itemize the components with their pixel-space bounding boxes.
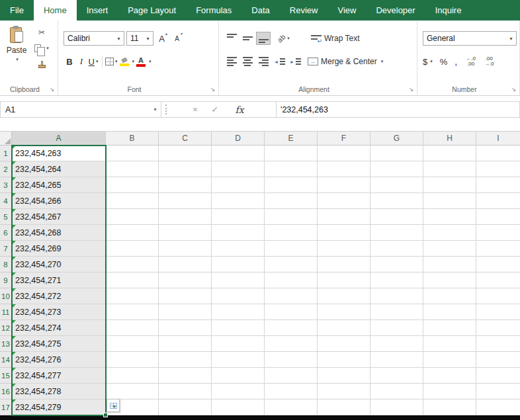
cell-C11[interactable] xyxy=(159,304,212,320)
cell-C2[interactable] xyxy=(159,161,212,177)
cell-H4[interactable] xyxy=(423,193,476,209)
cell-I7[interactable] xyxy=(476,241,520,257)
cell-B10[interactable] xyxy=(106,288,159,304)
cell-A15[interactable]: 232,454,277 xyxy=(12,368,106,384)
row-header-8[interactable]: 8 xyxy=(0,257,12,273)
cell-C15[interactable] xyxy=(159,368,212,384)
ribbon-tab-review[interactable]: Review xyxy=(280,0,328,21)
ribbon-tab-formulas[interactable]: Formulas xyxy=(186,0,241,21)
cell-A13[interactable]: 232,454,275 xyxy=(12,336,106,352)
cell-C9[interactable] xyxy=(159,273,212,288)
cell-G5[interactable] xyxy=(370,209,423,225)
cell-D9[interactable] xyxy=(212,273,265,288)
cell-G8[interactable] xyxy=(370,257,423,273)
cell-F13[interactable] xyxy=(318,336,370,352)
cell-I4[interactable] xyxy=(476,193,520,209)
cell-C8[interactable] xyxy=(159,257,212,273)
cell-D8[interactable] xyxy=(212,257,265,273)
cell-H12[interactable] xyxy=(423,320,476,336)
cell-F11[interactable] xyxy=(318,304,370,320)
cell-A9[interactable]: 232,454,271 xyxy=(12,273,106,288)
cell-H6[interactable] xyxy=(423,225,476,241)
cell-B2[interactable] xyxy=(106,161,159,177)
cell-A4[interactable]: 232,454,266 xyxy=(12,193,106,209)
decrease-indent-button[interactable]: ◄ xyxy=(272,55,287,68)
row-header-16[interactable]: 16 xyxy=(0,384,12,399)
cell-I10[interactable] xyxy=(476,288,520,304)
ribbon-tab-home[interactable]: Home xyxy=(34,0,77,21)
cell-D11[interactable] xyxy=(212,304,265,320)
cell-E10[interactable] xyxy=(265,288,318,304)
cell-B1[interactable] xyxy=(106,146,159,161)
number-dialog-launcher[interactable]: ↘ xyxy=(510,86,517,93)
cell-B9[interactable] xyxy=(106,273,159,288)
cell-G11[interactable] xyxy=(370,304,423,320)
cell-C12[interactable] xyxy=(159,320,212,336)
ribbon-tab-file[interactable]: File xyxy=(0,0,34,21)
paste-button[interactable]: Paste ▾ xyxy=(3,24,30,83)
cell-D16[interactable] xyxy=(212,384,265,399)
comma-style-button[interactable]: , xyxy=(455,56,457,67)
cell-E7[interactable] xyxy=(265,241,318,257)
cell-A7[interactable]: 232,454,269 xyxy=(12,241,106,257)
cell-G10[interactable] xyxy=(370,288,423,304)
cell-H10[interactable] xyxy=(423,288,476,304)
cell-I6[interactable] xyxy=(476,225,520,241)
cell-F12[interactable] xyxy=(318,320,370,336)
increase-font-size-button[interactable]: A ▲ xyxy=(155,32,169,45)
cell-D4[interactable] xyxy=(212,193,265,209)
cell-I15[interactable] xyxy=(476,368,520,384)
cell-F6[interactable] xyxy=(318,225,370,241)
cell-F5[interactable] xyxy=(318,209,370,225)
column-header-e[interactable]: E xyxy=(265,132,318,146)
row-header-12[interactable]: 12 xyxy=(0,320,12,336)
cell-F14[interactable] xyxy=(318,352,370,368)
cell-I8[interactable] xyxy=(476,257,520,273)
cell-C3[interactable] xyxy=(159,177,212,193)
cell-E4[interactable] xyxy=(265,193,318,209)
cell-C17[interactable] xyxy=(159,399,212,415)
cell-D1[interactable] xyxy=(212,146,265,161)
cell-A14[interactable]: 232,454,276 xyxy=(12,352,106,368)
font-size-combobox[interactable]: 11 ▾ xyxy=(126,31,153,46)
insert-function-button[interactable]: fx xyxy=(228,105,251,115)
cell-B16[interactable] xyxy=(106,384,159,399)
column-header-f[interactable]: F xyxy=(318,132,370,146)
row-header-3[interactable]: 3 xyxy=(0,177,12,193)
cell-D15[interactable] xyxy=(212,368,265,384)
select-all-corner[interactable] xyxy=(0,132,12,146)
cell-B8[interactable] xyxy=(106,257,159,273)
number-format-combobox[interactable]: General ▾ xyxy=(423,31,517,46)
cell-D7[interactable] xyxy=(212,241,265,257)
cell-A8[interactable]: 232,454,270 xyxy=(12,257,106,273)
cell-F3[interactable] xyxy=(318,177,370,193)
cell-H1[interactable] xyxy=(423,146,476,161)
cell-D14[interactable] xyxy=(212,352,265,368)
cell-G4[interactable] xyxy=(370,193,423,209)
cell-D2[interactable] xyxy=(212,161,265,177)
cell-H9[interactable] xyxy=(423,273,476,288)
cell-B6[interactable] xyxy=(106,225,159,241)
cell-E17[interactable] xyxy=(265,399,318,415)
cell-G1[interactable] xyxy=(370,146,423,161)
cell-G15[interactable] xyxy=(370,368,423,384)
cell-A1[interactable]: 232,454,263 xyxy=(12,146,106,161)
cell-I1[interactable] xyxy=(476,146,520,161)
row-header-4[interactable]: 4 xyxy=(0,193,12,209)
cell-E13[interactable] xyxy=(265,336,318,352)
cell-H16[interactable] xyxy=(423,384,476,399)
name-box[interactable]: A1 ▾ xyxy=(0,101,161,118)
ribbon-tab-page-layout[interactable]: Page Layout xyxy=(118,0,186,21)
column-header-g[interactable]: G xyxy=(370,132,423,146)
row-header-15[interactable]: 15 xyxy=(0,368,12,384)
cell-I3[interactable] xyxy=(476,177,520,193)
format-painter-button[interactable] xyxy=(30,59,53,69)
ribbon-tab-view[interactable]: View xyxy=(327,0,366,21)
font-size-caret[interactable]: ▾ xyxy=(143,32,153,45)
wrap-text-button[interactable]: ↵ Wrap Text xyxy=(311,34,360,43)
cell-I17[interactable] xyxy=(476,399,520,415)
cell-I2[interactable] xyxy=(476,161,520,177)
cell-F4[interactable] xyxy=(318,193,370,209)
cell-I11[interactable] xyxy=(476,304,520,320)
column-header-a[interactable]: A xyxy=(12,132,106,146)
